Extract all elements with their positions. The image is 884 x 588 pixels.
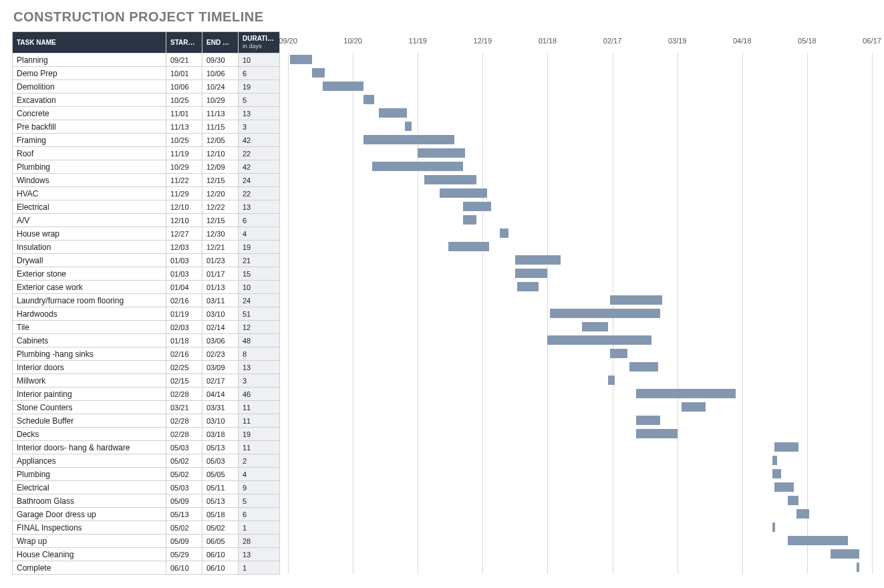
table-row: Plumbing -hang sinks02/1602/238 bbox=[13, 347, 280, 361]
cell-duration: 5 bbox=[239, 94, 280, 107]
page-title: CONSTRUCTION PROJECT TIMELINE bbox=[13, 9, 872, 25]
table-row: Cabinets01/1803/0648 bbox=[13, 334, 280, 347]
table-row: Planning09/2109/3010 bbox=[13, 53, 280, 67]
gantt-row bbox=[288, 53, 872, 66]
cell-start-date: 01/03 bbox=[166, 267, 202, 281]
cell-start-date: 11/19 bbox=[166, 147, 202, 160]
cell-end-date: 05/05 bbox=[202, 468, 239, 481]
gantt-row bbox=[288, 387, 872, 400]
axis-tick: 12/19 bbox=[474, 37, 492, 45]
cell-duration: 13 bbox=[239, 200, 280, 214]
cell-task-name: Complete bbox=[13, 561, 166, 575]
cell-end-date: 12/22 bbox=[202, 200, 239, 214]
gantt-bar bbox=[772, 456, 776, 465]
cell-duration: 19 bbox=[239, 241, 280, 254]
table-row: Electrical05/0305/119 bbox=[13, 481, 280, 494]
cell-start-date: 12/03 bbox=[166, 241, 202, 254]
cell-duration: 5 bbox=[239, 494, 280, 508]
gantt-bar bbox=[796, 509, 809, 519]
cell-task-name: Concrete bbox=[13, 107, 166, 120]
cell-task-name: Framing bbox=[13, 134, 166, 147]
col-task-name: TASK NAME bbox=[13, 32, 166, 53]
table-row: Plumbing10/2912/0942 bbox=[13, 160, 280, 174]
cell-duration: 11 bbox=[239, 401, 280, 414]
gantt-row bbox=[288, 494, 872, 507]
cell-duration: 9 bbox=[239, 481, 280, 494]
gantt-row bbox=[288, 427, 872, 440]
gantt-row bbox=[288, 200, 872, 213]
cell-task-name: HVAC bbox=[13, 187, 166, 200]
table-row: Wrap up05/0906/0528 bbox=[13, 535, 280, 548]
gantt-bar bbox=[363, 135, 454, 144]
cell-end-date: 12/21 bbox=[202, 241, 239, 254]
cell-end-date: 05/03 bbox=[202, 454, 239, 468]
cell-start-date: 12/27 bbox=[166, 227, 202, 241]
cell-start-date: 11/22 bbox=[166, 174, 202, 187]
cell-start-date: 02/16 bbox=[166, 347, 202, 361]
table-row: Stone Counters03/2103/3111 bbox=[13, 401, 280, 414]
cell-task-name: Plumbing -hang sinks bbox=[13, 347, 166, 361]
table-header-row: TASK NAME START DATE END DATE DURATION i… bbox=[13, 32, 280, 53]
gantt-bar bbox=[379, 108, 407, 118]
cell-duration: 42 bbox=[239, 160, 280, 174]
table-row: Demo Prep10/0110/066 bbox=[13, 67, 280, 80]
table-row: Appliances05/0205/032 bbox=[13, 454, 280, 468]
axis-tick: 01/18 bbox=[539, 37, 557, 45]
table-row: Plumbing05/0205/054 bbox=[13, 468, 280, 481]
cell-task-name: Exterior case work bbox=[13, 281, 166, 294]
cell-duration: 6 bbox=[239, 67, 280, 80]
gantt-bar bbox=[582, 322, 608, 331]
gantt-row bbox=[288, 133, 872, 146]
cell-start-date: 02/28 bbox=[166, 388, 202, 401]
table-row: Complete06/1006/101 bbox=[13, 561, 280, 575]
cell-end-date: 12/20 bbox=[202, 187, 239, 200]
gantt-bar bbox=[418, 148, 465, 158]
cell-end-date: 12/05 bbox=[202, 134, 239, 147]
cell-end-date: 12/30 bbox=[202, 227, 239, 241]
cell-start-date: 01/04 bbox=[166, 281, 202, 294]
table-row: Insulation12/0312/2119 bbox=[13, 241, 280, 254]
cell-end-date: 05/13 bbox=[202, 494, 239, 508]
cell-start-date: 10/25 bbox=[166, 94, 202, 107]
gantt-row bbox=[288, 454, 872, 467]
gantt-chart: 09/2010/2011/1912/1901/1802/1703/1904/18… bbox=[288, 31, 872, 574]
cell-start-date: 05/03 bbox=[166, 481, 202, 494]
cell-duration: 24 bbox=[239, 294, 280, 307]
cell-task-name: House wrap bbox=[13, 227, 166, 241]
cell-duration: 28 bbox=[239, 535, 280, 548]
gantt-row bbox=[288, 160, 872, 173]
cell-end-date: 02/14 bbox=[202, 321, 239, 334]
axis-tick: 10/20 bbox=[343, 37, 362, 45]
col-end-date: END DATE bbox=[202, 32, 239, 53]
table-row: Millwork02/1502/173 bbox=[13, 374, 280, 388]
gantt-bar bbox=[610, 349, 627, 358]
cell-start-date: 02/25 bbox=[166, 361, 202, 374]
gantt-bar bbox=[500, 229, 508, 238]
gantt-bar bbox=[448, 242, 490, 251]
axis-tick: 11/19 bbox=[408, 37, 427, 45]
gantt-bar bbox=[774, 442, 798, 452]
table-row: Concrete11/0111/1313 bbox=[13, 107, 280, 120]
cell-end-date: 05/13 bbox=[202, 441, 239, 454]
cell-task-name: Windows bbox=[13, 174, 166, 187]
cell-end-date: 10/29 bbox=[202, 94, 239, 107]
cell-duration: 13 bbox=[239, 361, 280, 374]
table-row: Drywall01/0301/2321 bbox=[13, 254, 280, 267]
cell-end-date: 06/10 bbox=[202, 548, 239, 561]
cell-duration: 11 bbox=[239, 441, 280, 454]
cell-end-date: 04/14 bbox=[202, 388, 239, 401]
cell-end-date: 01/23 bbox=[202, 254, 239, 267]
cell-duration: 42 bbox=[239, 134, 280, 147]
gantt-bar bbox=[312, 68, 325, 78]
gantt-row bbox=[288, 280, 872, 293]
cell-end-date: 11/13 bbox=[202, 107, 239, 120]
table-row: Exterior stone01/0301/1715 bbox=[13, 267, 280, 281]
table-row: HVAC11/2912/2022 bbox=[13, 187, 280, 200]
gantt-bar bbox=[405, 122, 412, 131]
gantt-row bbox=[288, 347, 872, 360]
axis-tick: 06/17 bbox=[863, 37, 881, 45]
cell-duration: 13 bbox=[239, 107, 280, 120]
gantt-bar bbox=[517, 282, 539, 291]
cell-duration: 6 bbox=[239, 508, 280, 521]
gantt-bar bbox=[515, 269, 548, 278]
